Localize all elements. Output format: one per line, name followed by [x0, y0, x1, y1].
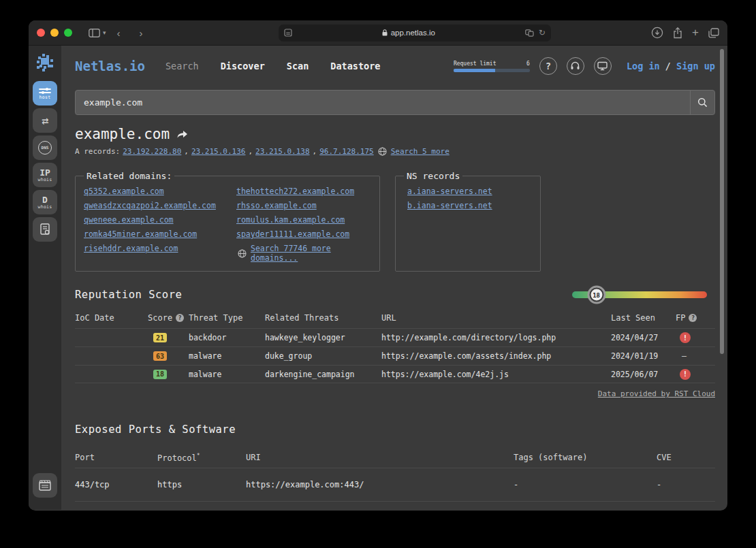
chevron-down-icon[interactable]: ▾ — [103, 29, 106, 36]
share-icon[interactable] — [673, 27, 682, 39]
translate-icon[interactable] — [525, 29, 534, 37]
sidebar-item-host[interactable]: host — [33, 81, 57, 106]
main-nav: Search Discover Scan Datastore — [166, 61, 380, 71]
reload-icon[interactable]: ↻ — [539, 28, 546, 37]
col-port: Port — [75, 453, 157, 462]
col-cve: CVE — [657, 453, 715, 462]
minimize-window-button[interactable] — [50, 29, 59, 37]
close-window-button[interactable] — [37, 29, 45, 37]
desktop-app-button[interactable] — [594, 57, 612, 75]
reputation-score-title: Reputation Score — [75, 289, 182, 301]
search-more-domains-link[interactable]: Search 77746 more domains... — [251, 244, 371, 263]
related-domain-link[interactable]: qweneee.example.com — [84, 215, 231, 225]
related-domain-link[interactable]: romka45miner.example.com — [84, 229, 231, 239]
ioc-table-row: 18 malware darkengine_campaign https://e… — [75, 365, 715, 383]
separator: , — [313, 147, 317, 156]
netlas-logo[interactable]: Netlas.io — [75, 59, 145, 74]
related-domain-link[interactable]: rhsso.example.com — [236, 201, 371, 210]
browser-window: ▾ ‹ › app.netlas.io ↻ — [29, 20, 727, 511]
open-external-icon[interactable] — [176, 129, 188, 139]
col-last-seen: Last Seen — [611, 313, 676, 323]
scrollbar-thumb[interactable] — [720, 49, 724, 354]
auth-separator: / — [665, 61, 671, 71]
related-domain-link[interactable]: thehottech272.example.com — [236, 187, 371, 196]
port-row: 443/tcp https https://example.com:443/ -… — [75, 468, 715, 501]
window-controls — [37, 29, 72, 37]
fp-help-icon[interactable]: ? — [689, 314, 697, 322]
sidebar-item-ip-whois[interactable]: IP whois — [33, 163, 57, 187]
search-button[interactable] — [690, 91, 714, 114]
sidebar-item-domain-whois[interactable]: D whois — [33, 190, 57, 214]
sidebar-toggle-icon[interactable] — [84, 27, 104, 39]
page-title: example.com — [75, 126, 170, 142]
search-more-a-records-link[interactable]: Search 5 more — [391, 147, 450, 156]
sidebar-item-changelog[interactable] — [33, 473, 57, 498]
help-button[interactable]: ? — [539, 57, 557, 75]
sidebar-item-redirects[interactable]: ⇄ — [33, 108, 57, 133]
address-bar[interactable]: app.netlas.io ↻ — [279, 25, 551, 42]
last-seen: 2024/01/19 — [611, 351, 676, 361]
rst-cloud-link[interactable]: Data provided by RST Cloud — [598, 389, 715, 398]
dns-globe-icon: DNS — [38, 141, 52, 155]
tab-overview-icon[interactable] — [708, 28, 719, 38]
netlas-bug-logo[interactable] — [35, 54, 54, 71]
related-domain-link[interactable]: spayder11111.example.com — [236, 229, 371, 239]
ns-records-legend: NS records — [404, 171, 462, 181]
nav-discover[interactable]: Discover — [221, 61, 265, 71]
related-domain-link[interactable]: romulus.kam.example.com — [236, 215, 371, 225]
auth-links: Log in / Sign up — [627, 61, 715, 71]
ip-whois-label: IP — [40, 168, 50, 177]
ns-records-box: NS records a.iana-servers.net b.iana-ser… — [395, 171, 541, 272]
request-limit-label: Request limit — [454, 61, 497, 67]
related-threat: duke_group — [265, 351, 381, 361]
col-tags: Tags (software) — [514, 453, 657, 462]
ioc-table-row: 63 malware duke_group https://example.co… — [75, 346, 715, 365]
back-button[interactable]: ‹ — [113, 27, 125, 39]
globe-icon — [238, 249, 247, 258]
related-threat: darkengine_campaign — [265, 370, 381, 379]
log-in-link[interactable]: Log in — [627, 61, 660, 71]
page-format-icon[interactable] — [284, 29, 292, 37]
false-positive-alert-icon[interactable]: ! — [680, 369, 691, 380]
browser-toolbar: ▾ ‹ › app.netlas.io ↻ — [29, 20, 727, 46]
nav-datastore[interactable]: Datastore — [330, 61, 380, 71]
support-button[interactable] — [567, 57, 584, 75]
search-bar — [75, 90, 715, 115]
ioc-url: http://example.com/directory/logs.php — [381, 333, 611, 342]
monitor-icon — [597, 61, 608, 71]
related-domain-link[interactable]: q5352.example.com — [84, 187, 231, 196]
related-domain-link[interactable]: risehddr.example.com — [84, 244, 231, 263]
sidebar-item-dns[interactable]: DNS — [33, 135, 57, 160]
nav-scan[interactable]: Scan — [287, 61, 309, 71]
related-domain-link[interactable]: qweasdzxcqazpoi2.example.com — [84, 201, 231, 210]
request-limit-fill — [454, 69, 496, 72]
forward-button[interactable]: › — [136, 27, 147, 39]
false-positive-alert-icon[interactable]: ! — [680, 332, 691, 343]
zoom-window-button[interactable] — [64, 29, 72, 37]
sidebar-host-label: host — [40, 95, 51, 100]
ioc-table-row: 21 backdoor hawkeye_keylogger http://exa… — [75, 328, 715, 346]
a-record-link[interactable]: 23.215.0.136 — [191, 147, 245, 156]
search-input[interactable] — [76, 91, 690, 114]
reputation-slider-knob: 18 — [587, 286, 605, 304]
threat-type: malware — [189, 351, 265, 361]
nav-search[interactable]: Search — [166, 61, 199, 71]
domain-whois-sublabel: whois — [37, 205, 52, 210]
sidebar-item-certificates[interactable] — [33, 217, 57, 242]
ns-record-link[interactable]: a.iana-servers.net — [407, 187, 532, 196]
a-record-link[interactable]: 23.215.0.138 — [255, 147, 309, 156]
a-record-link[interactable]: 96.7.128.175 — [319, 147, 373, 156]
cve: - — [657, 480, 715, 489]
clapperboard-icon — [39, 480, 51, 491]
sign-up-link[interactable]: Sign up — [676, 61, 715, 71]
a-record-link[interactable]: 23.192.228.80 — [123, 147, 181, 156]
col-threat-type: Threat Type — [189, 313, 265, 323]
help-icon: ? — [546, 61, 551, 71]
request-limit-bar — [454, 69, 530, 72]
ns-record-link[interactable]: b.iana-servers.net — [407, 201, 532, 210]
new-tab-icon[interactable]: + — [692, 26, 699, 39]
request-limit-value: 6 — [526, 61, 530, 67]
downloads-icon[interactable] — [651, 27, 663, 39]
threat-type: malware — [189, 370, 265, 379]
score-help-icon[interactable]: ? — [176, 314, 184, 322]
